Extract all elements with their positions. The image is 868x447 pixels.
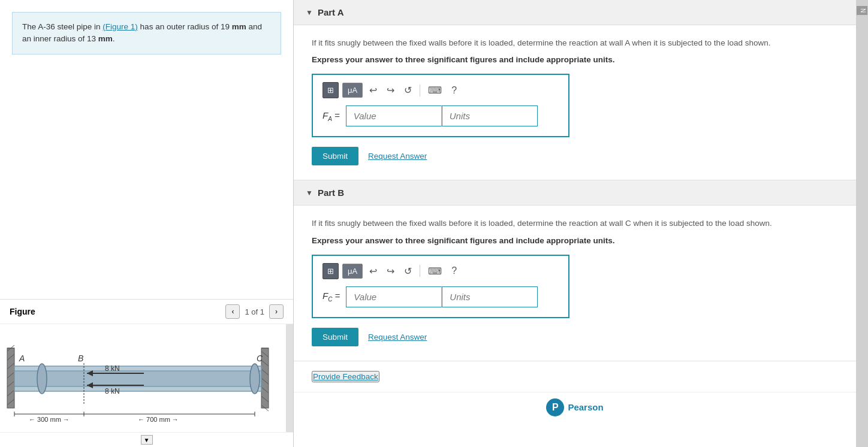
problem-description: The A-36 steel pipe in (Figure 1) has an…	[12, 12, 281, 55]
part-b-express: Express your answer to three significant…	[312, 236, 838, 245]
part-b-units-input[interactable]	[442, 286, 538, 307]
part-b-header[interactable]: ▼ Part B	[294, 180, 856, 206]
svg-point-21	[250, 364, 260, 394]
part-a-help-btn[interactable]: ?	[448, 83, 460, 98]
svg-text:← 700 mm →: ← 700 mm →	[138, 416, 179, 423]
part-a-undo-btn[interactable]: ↩	[366, 83, 380, 98]
figure-counter: 1 of 1	[245, 307, 264, 316]
part-a-grid-btn[interactable]: ⊞	[323, 82, 339, 98]
part-b-equation-label: FC =	[323, 291, 340, 303]
part-b-keyboard-btn[interactable]: ⌨	[425, 264, 445, 279]
part-b-action-row: Submit Request Answer	[312, 328, 838, 346]
pearson-footer: P Pearson	[294, 392, 856, 422]
part-a-question: If it fits snugly between the fixed wall…	[312, 37, 838, 49]
left-panel: The A-36 steel pipe in (Figure 1) has an…	[0, 0, 294, 447]
part-b-mu-icon: μA	[348, 267, 357, 276]
right-panel: ▼ Part A If it fits snugly between the f…	[294, 0, 856, 447]
figure-scroll-down-btn[interactable]: ▼	[141, 435, 153, 445]
right-edge-btn[interactable]: N	[857, 6, 867, 15]
part-b-undo-btn[interactable]: ↩	[366, 264, 380, 279]
part-a-content: If it fits snugly between the fixed wall…	[294, 25, 856, 180]
part-a-title: Part A	[318, 7, 344, 17]
part-b-help-btn[interactable]: ?	[448, 264, 460, 278]
part-b-title: Part B	[318, 188, 344, 198]
part-a-refresh-btn[interactable]: ↺	[401, 83, 415, 98]
svg-text:B: B	[78, 354, 83, 363]
svg-text:8 kN: 8 kN	[105, 364, 120, 373]
svg-text:← 300 mm →: ← 300 mm →	[29, 416, 70, 423]
mu-icon: μA	[348, 86, 357, 95]
part-a-answer-box: ⊞ μA ↩ ↪ ↺ ⌨ ? FA =	[312, 74, 569, 137]
part-b-section: ▼ Part B If it fits snugly between the f…	[294, 180, 856, 361]
figure-nav: ‹ 1 of 1 ›	[225, 304, 284, 319]
figure-section: Figure ‹ 1 of 1 ›	[0, 299, 293, 447]
part-a-toolbar: ⊞ μA ↩ ↪ ↺ ⌨ ?	[323, 82, 559, 98]
svg-text:8 kN: 8 kN	[105, 387, 120, 395]
figure-header: Figure ‹ 1 of 1 ›	[0, 300, 293, 324]
part-a-equation-label: FA =	[323, 110, 340, 122]
grid-icon: ⊞	[327, 86, 334, 95]
pearson-label: Pearson	[568, 402, 603, 412]
svg-point-20	[37, 364, 47, 394]
part-a-collapse-icon: ▼	[306, 8, 313, 17]
part-a-keyboard-btn[interactable]: ⌨	[425, 83, 445, 98]
part-a-input-row: FA =	[323, 105, 559, 126]
description-text: The A-36 steel pipe in	[22, 22, 103, 31]
part-a-value-input[interactable]	[346, 105, 442, 126]
part-a-units-input[interactable]	[442, 105, 538, 126]
part-a-request-answer-btn[interactable]: Request Answer	[368, 152, 427, 161]
part-a-header[interactable]: ▼ Part A	[294, 0, 856, 25]
part-a-action-row: Submit Request Answer	[312, 147, 838, 165]
figure-prev-btn[interactable]: ‹	[225, 304, 240, 319]
part-b-grid-btn[interactable]: ⊞	[323, 263, 339, 279]
part-b-content: If it fits snugly between the fixed wall…	[294, 206, 856, 360]
provide-feedback-btn[interactable]: Provide Feedback	[312, 371, 379, 382]
part-a-section: ▼ Part A If it fits snugly between the f…	[294, 0, 856, 180]
right-edge-panel: N	[856, 0, 868, 447]
part-b-refresh-btn[interactable]: ↺	[401, 264, 415, 279]
part-b-redo-btn[interactable]: ↪	[384, 264, 397, 279]
figure-image-container: A B C 8 kN 8 kN ← 300 mm → ← 700 mm →	[0, 324, 293, 432]
figure-title: Figure	[10, 307, 35, 316]
part-b-value-input[interactable]	[346, 286, 442, 307]
part-b-collapse-icon: ▼	[306, 189, 313, 197]
svg-text:C: C	[257, 354, 263, 363]
part-b-separator	[420, 265, 420, 277]
part-a-mu-btn[interactable]: μA	[342, 83, 363, 98]
part-a-express: Express your answer to three significant…	[312, 55, 838, 64]
figure-next-btn[interactable]: ›	[269, 304, 284, 319]
part-b-input-row: FC =	[323, 286, 559, 307]
part-b-submit-btn[interactable]: Submit	[312, 328, 358, 346]
part-a-submit-btn[interactable]: Submit	[312, 147, 358, 165]
part-b-question: If it fits snugly between the fixed wall…	[312, 218, 838, 229]
pipe-diagram: A B C 8 kN 8 kN ← 300 mm → ← 700 mm →	[6, 330, 270, 426]
part-b-answer-box: ⊞ μA ↩ ↪ ↺ ⌨ ? FC =	[312, 255, 569, 318]
part-a-redo-btn[interactable]: ↪	[384, 83, 397, 98]
pearson-circle-icon: P	[546, 398, 564, 416]
feedback-section: Provide Feedback	[294, 361, 856, 392]
pearson-logo: P Pearson	[546, 398, 603, 416]
part-b-toolbar: ⊞ μA ↩ ↪ ↺ ⌨ ?	[323, 263, 559, 279]
part-b-mu-btn[interactable]: μA	[342, 264, 363, 279]
part-b-grid-icon: ⊞	[327, 267, 334, 276]
svg-text:A: A	[19, 354, 25, 363]
part-a-separator	[420, 84, 420, 96]
part-b-request-answer-btn[interactable]: Request Answer	[368, 333, 427, 342]
figure-link[interactable]: (Figure 1)	[103, 22, 138, 31]
figure-scrollbar[interactable]	[286, 324, 293, 432]
